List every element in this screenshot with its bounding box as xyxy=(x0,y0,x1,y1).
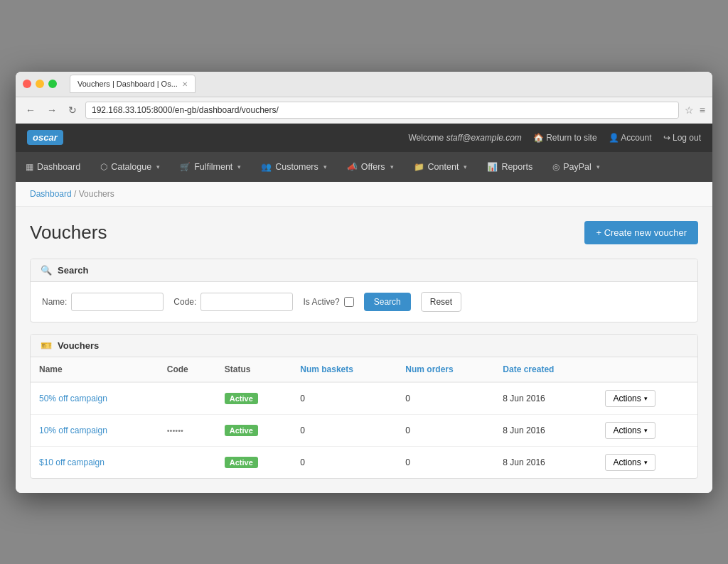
cell-actions: Actions ▾ xyxy=(596,382,697,415)
maximize-button[interactable] xyxy=(48,80,57,88)
top-nav: oscar Welcome staff@example.com 🏠 Return… xyxy=(16,124,712,152)
cell-name: $10 off campaign xyxy=(31,446,159,478)
nav-item-content[interactable]: 📁 Content ▾ xyxy=(404,152,478,182)
code-label: Code: xyxy=(173,297,196,307)
titlebar: Vouchers | Dashboard | Os... ✕ xyxy=(16,72,712,97)
actions-arrow-icon: ▾ xyxy=(644,427,648,434)
account-link[interactable]: 👤 Account xyxy=(609,133,652,143)
addressbar: ← → ↻ ☆ ≡ xyxy=(16,97,712,124)
bookmark-icon[interactable]: ☆ xyxy=(685,104,694,116)
welcome-email: staff@example.com xyxy=(446,133,522,143)
table-title: Vouchers xyxy=(58,340,99,351)
actions-arrow-icon: ▾ xyxy=(644,395,648,402)
nav-item-customers[interactable]: 👥 Customers ▾ xyxy=(251,152,336,182)
nav-item-paypal[interactable]: ◎ PayPal ▾ xyxy=(542,152,610,182)
voucher-link-1[interactable]: 10% off campaign xyxy=(39,425,107,435)
cell-num-baskets: 0 xyxy=(291,382,397,415)
code-input[interactable] xyxy=(200,293,293,311)
cell-name: 10% off campaign xyxy=(31,414,159,446)
col-actions xyxy=(596,357,697,382)
content-icon: 📁 xyxy=(414,162,424,172)
return-to-site-link[interactable]: 🏠 Return to site xyxy=(533,133,597,143)
nav-item-reports[interactable]: 📊 Reports xyxy=(477,152,542,182)
home-icon: 🏠 xyxy=(533,133,544,143)
table-header-row: Name Code Status Num baskets Num orders … xyxy=(31,357,697,382)
breadcrumb-separator: / xyxy=(74,189,79,199)
account-icon: 👤 xyxy=(609,133,619,143)
back-button[interactable]: ← xyxy=(23,103,38,117)
page-title: Vouchers xyxy=(30,222,107,244)
table-row: 50% off campaign Active 0 0 8 Jun 2016 A… xyxy=(31,382,697,415)
cell-num-baskets: 0 xyxy=(291,414,397,446)
actions-button-1[interactable]: Actions ▾ xyxy=(605,422,655,439)
cell-code: •••••• xyxy=(159,414,216,446)
cell-code xyxy=(159,382,216,415)
col-num-baskets[interactable]: Num baskets xyxy=(291,357,397,382)
create-voucher-button[interactable]: + Create new voucher xyxy=(584,221,698,244)
nav-label-fulfilment: Fulfilment xyxy=(194,162,232,172)
dashboard-icon: ▦ xyxy=(26,162,33,172)
col-status: Status xyxy=(216,357,292,382)
actions-arrow-icon: ▾ xyxy=(644,459,648,466)
browser-window: Vouchers | Dashboard | Os... ✕ ← → ↻ ☆ ≡… xyxy=(16,72,712,493)
close-button[interactable] xyxy=(23,80,31,88)
tab-title: Vouchers | Dashboard | Os... xyxy=(77,80,178,88)
nav-label-reports: Reports xyxy=(501,162,532,172)
col-code: Code xyxy=(159,357,216,382)
table-row: 10% off campaign •••••• Active 0 0 8 Jun… xyxy=(31,414,697,446)
nav-item-dashboard[interactable]: ▦ Dashboard xyxy=(16,152,90,182)
col-num-orders[interactable]: Num orders xyxy=(397,357,494,382)
voucher-link-2[interactable]: $10 off campaign xyxy=(39,457,105,467)
code-value: •••••• xyxy=(167,426,183,435)
is-active-label: Is Active? xyxy=(303,297,339,307)
name-label: Name: xyxy=(42,297,67,307)
logout-link[interactable]: ↪ Log out xyxy=(663,133,701,143)
refresh-button[interactable]: ↻ xyxy=(65,103,80,117)
nav-label-paypal: PayPal xyxy=(563,162,592,172)
forward-button[interactable]: → xyxy=(44,103,60,117)
reports-icon: 📊 xyxy=(487,162,498,172)
fulfilment-icon: 🛒 xyxy=(180,162,191,172)
nav-label-content: Content xyxy=(428,162,459,172)
name-field-group: Name: xyxy=(42,293,164,311)
nav-item-offers[interactable]: 📣 Offers ▾ xyxy=(337,152,404,182)
customers-dropdown-arrow: ▾ xyxy=(323,163,327,170)
search-button[interactable]: Search xyxy=(364,293,411,311)
address-input[interactable] xyxy=(85,102,679,119)
offers-icon: 📣 xyxy=(347,162,358,172)
offers-dropdown-arrow: ▾ xyxy=(390,163,394,170)
table-header: 🎫 Vouchers xyxy=(31,335,697,357)
vouchers-table-box: 🎫 Vouchers Name Code Status Num baskets … xyxy=(30,334,698,479)
voucher-link-0[interactable]: 50% off campaign xyxy=(39,394,107,403)
cell-name: 50% off campaign xyxy=(31,382,159,415)
search-box: 🔍 Search Name: Code: Is Active? Search R… xyxy=(30,259,698,322)
nav-item-catalogue[interactable]: ⬡ Catalogue ▾ xyxy=(90,152,170,182)
minimize-button[interactable] xyxy=(36,80,44,88)
breadcrumb-dashboard[interactable]: Dashboard xyxy=(30,189,72,199)
actions-button-0[interactable]: Actions ▾ xyxy=(605,390,655,407)
menu-icon[interactable]: ≡ xyxy=(700,104,705,116)
breadcrumb: Dashboard / Vouchers xyxy=(16,182,712,207)
cell-date-created: 8 Jun 2016 xyxy=(494,446,596,478)
table-icon: 🎫 xyxy=(41,340,52,351)
cell-date-created: 8 Jun 2016 xyxy=(494,382,596,415)
browser-tab[interactable]: Vouchers | Dashboard | Os... ✕ xyxy=(70,75,196,93)
name-input[interactable] xyxy=(71,293,164,311)
search-body: Name: Code: Is Active? Search Reset xyxy=(31,282,697,322)
nav-item-fulfilment[interactable]: 🛒 Fulfilment ▾ xyxy=(170,152,251,182)
search-icon: 🔍 xyxy=(41,265,52,276)
col-date-created[interactable]: Date created xyxy=(494,357,596,382)
tab-close-icon[interactable]: ✕ xyxy=(182,80,188,88)
main-nav: ▦ Dashboard ⬡ Catalogue ▾ 🛒 Fulfilment ▾… xyxy=(16,152,712,182)
brand-logo[interactable]: oscar xyxy=(27,130,63,145)
cell-num-orders: 0 xyxy=(397,446,494,478)
address-icons: ☆ ≡ xyxy=(685,104,705,116)
is-active-checkbox[interactable] xyxy=(344,297,354,307)
cell-actions: Actions ▾ xyxy=(596,414,697,446)
actions-button-2[interactable]: Actions ▾ xyxy=(605,454,655,471)
page-content: Vouchers + Create new voucher 🔍 Search N… xyxy=(16,207,712,493)
reset-button[interactable]: Reset xyxy=(421,292,461,312)
paypal-dropdown-arrow: ▾ xyxy=(596,163,600,170)
search-header-label: Search xyxy=(58,265,88,276)
content-dropdown-arrow: ▾ xyxy=(464,163,467,170)
